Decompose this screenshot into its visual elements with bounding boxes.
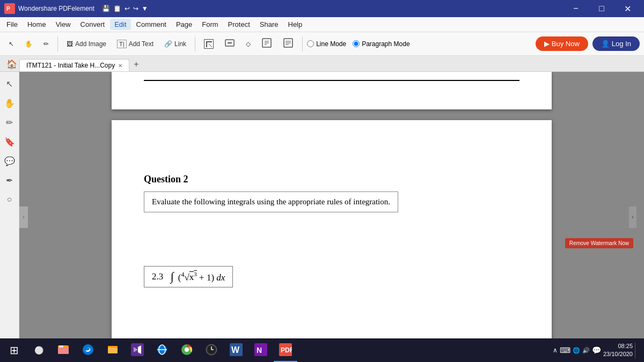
- svg-point-16: [83, 344, 93, 355]
- sidebar-annotation-icon[interactable]: ✒: [2, 173, 17, 188]
- math-content: (4√x3 + 1) dx: [178, 271, 225, 283]
- menu-share[interactable]: Share: [255, 19, 283, 30]
- right-panel-toggle[interactable]: ‹: [629, 206, 636, 228]
- pdf-viewer[interactable]: Question 2 Evaluate the following integr…: [19, 72, 644, 362]
- link-label: Link: [174, 40, 186, 48]
- customize-icon[interactable]: ▼: [142, 5, 148, 12]
- math-expression-box: 2.3 ∫ (4√x3 + 1) dx: [144, 266, 233, 287]
- system-icons: ∧ ⌨ 🌐 🔊 💬: [553, 346, 601, 354]
- login-button[interactable]: 👤 Log In: [592, 36, 640, 51]
- line-mode-option[interactable]: Line Mode: [307, 40, 346, 48]
- speaker-icon[interactable]: 🔊: [582, 347, 590, 354]
- menu-form[interactable]: Form: [197, 19, 222, 30]
- copy-icon[interactable]: 📋: [113, 5, 121, 12]
- save-icon[interactable]: 💾: [102, 5, 110, 12]
- undo-icon[interactable]: ↩: [125, 5, 130, 12]
- toolbar-separator-1: [57, 36, 58, 51]
- svg-rect-15: [59, 345, 63, 348]
- app-title: Wondershare PDFelement: [18, 5, 94, 12]
- close-button[interactable]: ✕: [615, 0, 640, 17]
- menu-view[interactable]: View: [52, 19, 75, 30]
- add-image-button[interactable]: 🖼 Add Image: [62, 38, 111, 50]
- left-panel-toggle[interactable]: ›: [19, 206, 28, 228]
- start-button[interactable]: ⊞: [2, 338, 26, 362]
- question-text: Evaluate the following integrals using t…: [144, 191, 398, 212]
- text-edit-icon: [261, 38, 272, 50]
- redact-tool-button[interactable]: [220, 35, 239, 52]
- menu-home[interactable]: Home: [23, 19, 50, 30]
- maximize-button[interactable]: □: [589, 0, 614, 17]
- crop-icon: [204, 39, 214, 49]
- active-tab[interactable]: ITMT121 - Initial Take H...Copy ✕: [19, 59, 129, 71]
- edit-icon: ✏: [43, 40, 49, 48]
- hand-tool-button[interactable]: ✋: [20, 38, 37, 50]
- chevron-up-icon[interactable]: ∧: [553, 346, 558, 354]
- notification-icon[interactable]: 💬: [592, 346, 601, 354]
- remove-watermark-button[interactable]: Remove Watermark Now: [565, 238, 633, 248]
- login-label: Log In: [612, 40, 631, 48]
- add-text-button[interactable]: T| Add Text: [113, 38, 158, 50]
- buy-icon: ▶: [544, 40, 550, 48]
- tab-close-button[interactable]: ✕: [118, 63, 122, 69]
- taskbar-app-explorer[interactable]: [52, 338, 75, 362]
- hand-icon: ✋: [25, 40, 33, 48]
- menu-convert[interactable]: Convert: [76, 19, 109, 30]
- taskbar: ⊞ ⚪ W N PDF ∧ ⌨ 🌐 🔊 💬 08:25: [0, 338, 644, 362]
- svg-text:P: P: [6, 6, 10, 12]
- new-tab-button[interactable]: +: [129, 57, 143, 71]
- title-bar-left: P Wondershare PDFelement 💾 📋 ↩ ↪ ▼: [4, 3, 148, 14]
- taskbar-app-pdf[interactable]: PDF: [274, 338, 297, 362]
- menu-edit[interactable]: Edit: [110, 19, 130, 30]
- svg-text:PDF: PDF: [281, 346, 292, 354]
- paragraph-tool-button[interactable]: [279, 35, 298, 52]
- svg-point-26: [185, 348, 189, 352]
- cursor-tool-button[interactable]: ↖: [4, 38, 18, 50]
- taskbar-app-vs[interactable]: [126, 338, 149, 362]
- toolbar-right-section: ▶ Buy Now 👤 Log In: [536, 36, 640, 51]
- taskbar-app-onenote[interactable]: N: [249, 338, 273, 362]
- svg-text:W: W: [231, 345, 240, 354]
- taskbar-app-word[interactable]: W: [224, 338, 248, 362]
- link-icon: 🔗: [164, 40, 172, 48]
- buy-now-button[interactable]: ▶ Buy Now: [536, 36, 588, 51]
- crop-tool-button[interactable]: [200, 37, 218, 51]
- menu-help[interactable]: Help: [284, 19, 307, 30]
- taskbar-app-edge[interactable]: [76, 338, 100, 362]
- minimize-button[interactable]: −: [564, 0, 588, 17]
- sidebar-hand-icon[interactable]: ✋: [2, 95, 17, 110]
- taskbar-right-section: ∧ ⌨ 🌐 🔊 💬 08:25 23/10/2020: [553, 342, 642, 359]
- sidebar-cursor-icon[interactable]: ↖: [2, 76, 17, 91]
- tab-bar: 🏠 ITMT121 - Initial Take H...Copy ✕ +: [0, 56, 644, 72]
- keyboard-icon[interactable]: ⌨: [560, 346, 570, 354]
- redo-icon[interactable]: ↪: [133, 5, 138, 12]
- shape-tool-button[interactable]: ◇: [241, 38, 255, 50]
- taskbar-app-chrome[interactable]: [175, 338, 199, 362]
- taskbar-app-files[interactable]: [101, 338, 125, 362]
- text-edit-button[interactable]: [257, 35, 276, 52]
- taskbar-app-clock[interactable]: [200, 338, 223, 362]
- show-desktop-button[interactable]: [635, 342, 638, 358]
- menu-protect[interactable]: Protect: [224, 19, 254, 30]
- home-button[interactable]: 🏠: [4, 56, 19, 71]
- taskbar-clock[interactable]: 08:25 23/10/2020: [603, 342, 633, 359]
- link-button[interactable]: 🔗 Link: [160, 38, 191, 50]
- date-display: 23/10/2020: [603, 350, 633, 358]
- toolbar: ↖ ✋ ✏ 🖼 Add Image T| Add Text 🔗 Link ◇: [0, 32, 644, 56]
- paragraph-mode-radio[interactable]: [353, 40, 360, 47]
- title-bar-controls: − □ ✕: [564, 0, 640, 17]
- search-button[interactable]: ⚪: [27, 338, 50, 362]
- paragraph-mode-option[interactable]: Paragraph Mode: [353, 40, 409, 48]
- edit-tool-button[interactable]: ✏: [39, 38, 53, 50]
- add-text-label: Add Text: [129, 40, 153, 48]
- network-icon[interactable]: 🌐: [573, 347, 580, 354]
- menu-comment[interactable]: Comment: [132, 19, 171, 30]
- sidebar-edit-icon[interactable]: ✏: [2, 115, 17, 130]
- sidebar-search-icon[interactable]: ○: [2, 192, 17, 207]
- menu-file[interactable]: File: [2, 19, 22, 30]
- taskbar-app-ie[interactable]: [150, 338, 174, 362]
- sidebar-comment-icon[interactable]: 💬: [2, 153, 17, 168]
- line-mode-radio[interactable]: [307, 40, 314, 47]
- sidebar-bookmark-icon[interactable]: 🔖: [2, 134, 17, 149]
- menu-page[interactable]: Page: [172, 19, 196, 30]
- user-icon: 👤: [601, 40, 610, 48]
